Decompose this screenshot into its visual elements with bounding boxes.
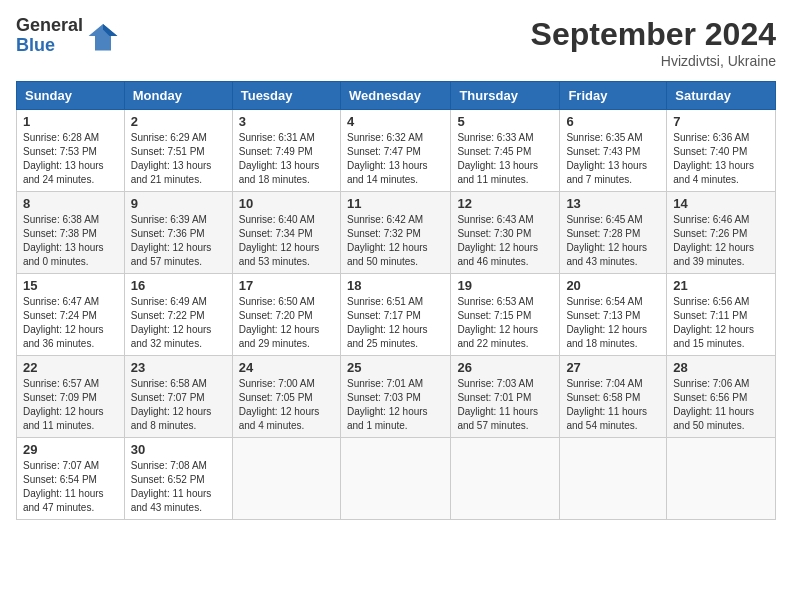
day-cell: 14Sunrise: 6:46 AMSunset: 7:26 PMDayligh… (667, 192, 776, 274)
day-cell: 20Sunrise: 6:54 AMSunset: 7:13 PMDayligh… (560, 274, 667, 356)
day-number: 4 (347, 114, 444, 129)
title-block: September 2024 Hvizdivtsi, Ukraine (531, 16, 776, 69)
week-row-3: 15Sunrise: 6:47 AMSunset: 7:24 PMDayligh… (17, 274, 776, 356)
header-cell-monday: Monday (124, 82, 232, 110)
day-cell (451, 438, 560, 520)
day-cell: 2Sunrise: 6:29 AMSunset: 7:51 PMDaylight… (124, 110, 232, 192)
day-number: 7 (673, 114, 769, 129)
day-number: 15 (23, 278, 118, 293)
day-info: Sunrise: 6:58 AMSunset: 7:07 PMDaylight:… (131, 377, 226, 433)
day-cell: 27Sunrise: 7:04 AMSunset: 6:58 PMDayligh… (560, 356, 667, 438)
day-number: 19 (457, 278, 553, 293)
day-number: 20 (566, 278, 660, 293)
header-cell-tuesday: Tuesday (232, 82, 340, 110)
header-cell-wednesday: Wednesday (340, 82, 450, 110)
header-cell-saturday: Saturday (667, 82, 776, 110)
day-info: Sunrise: 6:35 AMSunset: 7:43 PMDaylight:… (566, 131, 660, 187)
day-info: Sunrise: 7:08 AMSunset: 6:52 PMDaylight:… (131, 459, 226, 515)
day-number: 9 (131, 196, 226, 211)
day-cell (232, 438, 340, 520)
week-row-5: 29Sunrise: 7:07 AMSunset: 6:54 PMDayligh… (17, 438, 776, 520)
day-info: Sunrise: 7:06 AMSunset: 6:56 PMDaylight:… (673, 377, 769, 433)
day-info: Sunrise: 7:07 AMSunset: 6:54 PMDaylight:… (23, 459, 118, 515)
day-number: 26 (457, 360, 553, 375)
day-info: Sunrise: 7:03 AMSunset: 7:01 PMDaylight:… (457, 377, 553, 433)
day-info: Sunrise: 6:57 AMSunset: 7:09 PMDaylight:… (23, 377, 118, 433)
day-number: 2 (131, 114, 226, 129)
day-cell: 4Sunrise: 6:32 AMSunset: 7:47 PMDaylight… (340, 110, 450, 192)
month-title: September 2024 (531, 16, 776, 53)
calendar-table: SundayMondayTuesdayWednesdayThursdayFrid… (16, 81, 776, 520)
day-number: 24 (239, 360, 334, 375)
day-cell: 25Sunrise: 7:01 AMSunset: 7:03 PMDayligh… (340, 356, 450, 438)
day-cell (560, 438, 667, 520)
day-number: 16 (131, 278, 226, 293)
day-info: Sunrise: 6:42 AMSunset: 7:32 PMDaylight:… (347, 213, 444, 269)
week-row-2: 8Sunrise: 6:38 AMSunset: 7:38 PMDaylight… (17, 192, 776, 274)
day-number: 25 (347, 360, 444, 375)
day-info: Sunrise: 6:49 AMSunset: 7:22 PMDaylight:… (131, 295, 226, 351)
day-cell: 18Sunrise: 6:51 AMSunset: 7:17 PMDayligh… (340, 274, 450, 356)
day-number: 29 (23, 442, 118, 457)
day-info: Sunrise: 6:36 AMSunset: 7:40 PMDaylight:… (673, 131, 769, 187)
day-info: Sunrise: 6:54 AMSunset: 7:13 PMDaylight:… (566, 295, 660, 351)
day-info: Sunrise: 7:04 AMSunset: 6:58 PMDaylight:… (566, 377, 660, 433)
day-cell: 16Sunrise: 6:49 AMSunset: 7:22 PMDayligh… (124, 274, 232, 356)
day-info: Sunrise: 6:47 AMSunset: 7:24 PMDaylight:… (23, 295, 118, 351)
day-info: Sunrise: 6:45 AMSunset: 7:28 PMDaylight:… (566, 213, 660, 269)
day-number: 23 (131, 360, 226, 375)
day-info: Sunrise: 6:38 AMSunset: 7:38 PMDaylight:… (23, 213, 118, 269)
day-number: 8 (23, 196, 118, 211)
day-cell (340, 438, 450, 520)
logo-icon (87, 20, 119, 52)
day-cell: 13Sunrise: 6:45 AMSunset: 7:28 PMDayligh… (560, 192, 667, 274)
day-number: 18 (347, 278, 444, 293)
day-info: Sunrise: 6:40 AMSunset: 7:34 PMDaylight:… (239, 213, 334, 269)
day-cell: 29Sunrise: 7:07 AMSunset: 6:54 PMDayligh… (17, 438, 125, 520)
day-number: 5 (457, 114, 553, 129)
day-number: 3 (239, 114, 334, 129)
day-number: 6 (566, 114, 660, 129)
day-cell: 28Sunrise: 7:06 AMSunset: 6:56 PMDayligh… (667, 356, 776, 438)
day-info: Sunrise: 6:32 AMSunset: 7:47 PMDaylight:… (347, 131, 444, 187)
day-number: 11 (347, 196, 444, 211)
day-number: 30 (131, 442, 226, 457)
day-cell: 21Sunrise: 6:56 AMSunset: 7:11 PMDayligh… (667, 274, 776, 356)
day-number: 27 (566, 360, 660, 375)
day-number: 14 (673, 196, 769, 211)
day-number: 17 (239, 278, 334, 293)
day-cell: 7Sunrise: 6:36 AMSunset: 7:40 PMDaylight… (667, 110, 776, 192)
day-info: Sunrise: 6:53 AMSunset: 7:15 PMDaylight:… (457, 295, 553, 351)
day-info: Sunrise: 6:46 AMSunset: 7:26 PMDaylight:… (673, 213, 769, 269)
day-cell: 23Sunrise: 6:58 AMSunset: 7:07 PMDayligh… (124, 356, 232, 438)
header-row: SundayMondayTuesdayWednesdayThursdayFrid… (17, 82, 776, 110)
logo: General Blue (16, 16, 119, 56)
day-cell: 6Sunrise: 6:35 AMSunset: 7:43 PMDaylight… (560, 110, 667, 192)
day-cell: 17Sunrise: 6:50 AMSunset: 7:20 PMDayligh… (232, 274, 340, 356)
day-cell: 26Sunrise: 7:03 AMSunset: 7:01 PMDayligh… (451, 356, 560, 438)
day-cell: 22Sunrise: 6:57 AMSunset: 7:09 PMDayligh… (17, 356, 125, 438)
day-cell: 8Sunrise: 6:38 AMSunset: 7:38 PMDaylight… (17, 192, 125, 274)
day-info: Sunrise: 6:39 AMSunset: 7:36 PMDaylight:… (131, 213, 226, 269)
location: Hvizdivtsi, Ukraine (531, 53, 776, 69)
day-number: 12 (457, 196, 553, 211)
day-info: Sunrise: 6:33 AMSunset: 7:45 PMDaylight:… (457, 131, 553, 187)
day-cell: 11Sunrise: 6:42 AMSunset: 7:32 PMDayligh… (340, 192, 450, 274)
calendar-header: SundayMondayTuesdayWednesdayThursdayFrid… (17, 82, 776, 110)
day-number: 28 (673, 360, 769, 375)
header-cell-friday: Friday (560, 82, 667, 110)
day-cell: 12Sunrise: 6:43 AMSunset: 7:30 PMDayligh… (451, 192, 560, 274)
day-info: Sunrise: 6:31 AMSunset: 7:49 PMDaylight:… (239, 131, 334, 187)
day-info: Sunrise: 6:43 AMSunset: 7:30 PMDaylight:… (457, 213, 553, 269)
day-info: Sunrise: 6:56 AMSunset: 7:11 PMDaylight:… (673, 295, 769, 351)
day-info: Sunrise: 6:51 AMSunset: 7:17 PMDaylight:… (347, 295, 444, 351)
day-cell: 10Sunrise: 6:40 AMSunset: 7:34 PMDayligh… (232, 192, 340, 274)
week-row-4: 22Sunrise: 6:57 AMSunset: 7:09 PMDayligh… (17, 356, 776, 438)
day-number: 21 (673, 278, 769, 293)
day-info: Sunrise: 6:50 AMSunset: 7:20 PMDaylight:… (239, 295, 334, 351)
day-number: 13 (566, 196, 660, 211)
day-cell: 19Sunrise: 6:53 AMSunset: 7:15 PMDayligh… (451, 274, 560, 356)
day-cell: 15Sunrise: 6:47 AMSunset: 7:24 PMDayligh… (17, 274, 125, 356)
day-info: Sunrise: 7:00 AMSunset: 7:05 PMDaylight:… (239, 377, 334, 433)
day-cell: 24Sunrise: 7:00 AMSunset: 7:05 PMDayligh… (232, 356, 340, 438)
